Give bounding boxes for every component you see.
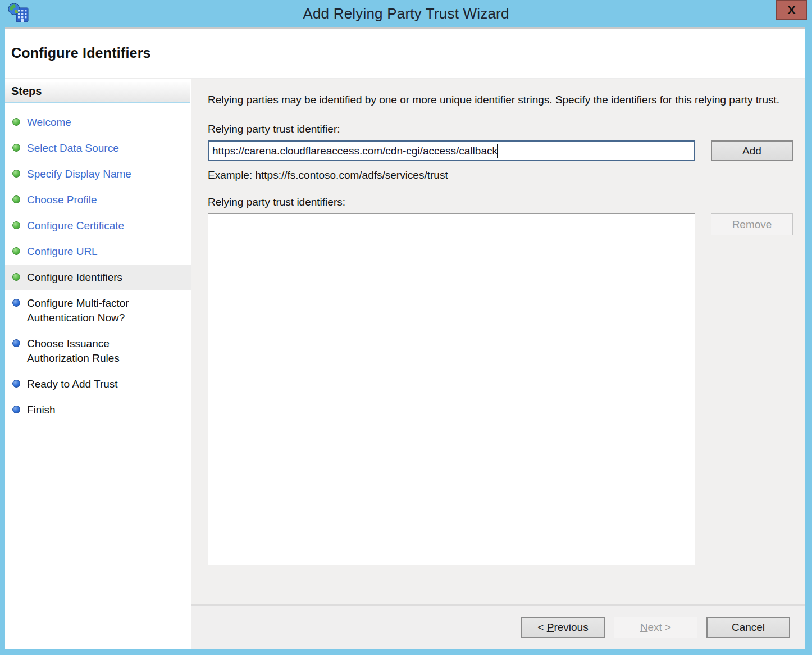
step-label: Select Data Source [27,141,119,156]
close-button[interactable]: X [776,0,807,20]
step-completed-bullet-icon [12,195,20,203]
step-item-configure-certificate[interactable]: Configure Certificate [5,219,191,233]
identifiers-list-label: Relying party trust identifiers: [208,196,805,208]
previous-button[interactable]: < Previous [521,617,605,638]
dialog-body: Configure Identifiers Steps WelcomeSelec… [5,27,805,649]
step-item-choose-profile[interactable]: Choose Profile [5,193,191,207]
window-title: Add Relying Party Trust Wizard [0,0,812,27]
step-label: Configure Identifiers [27,270,122,285]
step-label: Configure Certificate [27,219,124,233]
step-pending-bullet-icon [12,406,20,413]
steps-list: WelcomeSelect Data SourceSpecify Display… [5,115,191,417]
page-title: Configure Identifiers [11,45,151,61]
step-label: Choose Profile [27,193,97,207]
relying-party-identifier-input[interactable] [208,140,695,161]
step-item-configure-identifiers: Configure Identifiers [5,265,191,290]
main-panel: Relying parties may be identified by one… [191,79,805,604]
step-pending-bullet-icon [12,299,20,307]
step-completed-bullet-icon [12,247,20,255]
step-completed-bullet-icon [12,170,20,178]
step-label: Welcome [27,115,71,130]
title-bar: Add Relying Party Trust Wizard X [0,0,812,27]
identifier-label: Relying party trust identifier: [208,123,805,135]
step-completed-bullet-icon [12,118,20,126]
step-pending-bullet-icon [12,339,20,347]
wizard-window: Add Relying Party Trust Wizard X Configu… [0,0,812,655]
page-header: Configure Identifiers [5,29,805,79]
step-completed-bullet-icon [12,221,20,229]
step-pending-bullet-icon [12,380,20,388]
step-completed-bullet-icon [12,144,20,152]
cancel-button[interactable]: Cancel [706,617,790,638]
identifiers-listbox[interactable] [208,213,695,565]
step-label: Configure URL [27,244,98,259]
step-completed-bullet-icon [12,273,20,281]
footer-bar: < Previous Next > Cancel [191,604,805,649]
step-label: Configure Multi-factor Authentication No… [27,296,168,325]
steps-header: Steps [5,82,190,103]
step-label: Choose Issuance Authorization Rules [27,336,168,366]
example-text: Example: https://fs.contoso.com/adfs/ser… [208,169,805,181]
step-item-configure-multi-factor-authentication-now: Configure Multi-factor Authentication No… [5,296,191,325]
steps-sidebar: Steps WelcomeSelect Data SourceSpecify D… [5,79,191,649]
step-item-welcome[interactable]: Welcome [5,115,191,130]
intro-text: Relying parties may be identified by one… [208,92,786,107]
step-label: Finish [27,403,56,417]
step-label: Specify Display Name [27,167,131,181]
next-button: Next > [614,617,697,638]
step-label: Ready to Add Trust [27,377,118,392]
step-item-finish: Finish [5,403,191,417]
step-item-select-data-source[interactable]: Select Data Source [5,141,191,156]
step-item-choose-issuance-authorization-rules: Choose Issuance Authorization Rules [5,336,191,366]
step-item-configure-url[interactable]: Configure URL [5,244,191,259]
text-caret-icon [497,144,498,158]
add-button[interactable]: Add [711,140,793,161]
remove-button: Remove [711,213,793,235]
step-item-specify-display-name[interactable]: Specify Display Name [5,167,191,181]
step-item-ready-to-add-trust: Ready to Add Trust [5,377,191,392]
